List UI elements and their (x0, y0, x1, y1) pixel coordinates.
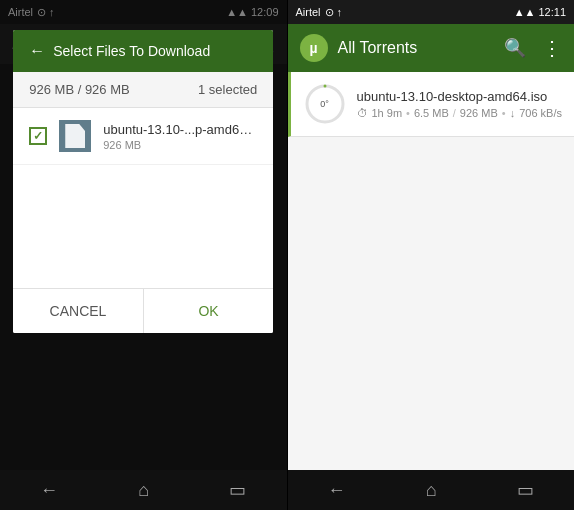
file-item[interactable]: ubuntu-13.10-...p-amd64.iso 926 MB (13, 108, 273, 165)
right-status-right: ▲▲ 12:11 (514, 6, 566, 18)
right-header-title: All Torrents (338, 39, 495, 57)
torrent-downloaded: 6.5 MB (414, 107, 449, 119)
file-info: ubuntu-13.10-...p-amd64.iso 926 MB (103, 122, 257, 151)
clock-icon: ⏱ (357, 107, 368, 119)
home-nav-icon-right[interactable]: ⌂ (426, 480, 437, 501)
torrent-meta: ⏱ 1h 9m • 6.5 MB / 926 MB • ↓ 706 kB/s (357, 107, 563, 119)
recents-nav-icon-right[interactable]: ▭ (517, 479, 534, 501)
recents-nav-icon-left[interactable]: ▭ (229, 479, 246, 501)
ok-button[interactable]: OK (144, 289, 274, 333)
right-bottom-nav: ← ⌂ ▭ (288, 470, 575, 510)
dialog-info-bar: 926 MB / 926 MB 1 selected (13, 72, 273, 108)
left-panel: Airtel ⊙ ↑ ▲▲ 12:09 All Torrents 🔍 ← Sel… (0, 0, 287, 510)
sep3: • (502, 107, 506, 119)
file-list: ubuntu-13.10-...p-amd64.iso 926 MB (13, 108, 273, 288)
dialog-buttons: Cancel OK (13, 288, 273, 333)
right-header: µ All Torrents 🔍 ⋮ (288, 24, 575, 72)
sep1: • (406, 107, 410, 119)
file-checkbox[interactable] (29, 127, 47, 145)
file-size-info: 926 MB / 926 MB (29, 82, 129, 97)
torrent-list: 0° ubuntu-13.10-desktop-amd64.iso ⏱ 1h 9… (288, 72, 575, 470)
torrent-details: ubuntu-13.10-desktop-amd64.iso ⏱ 1h 9m •… (357, 89, 563, 119)
torrent-total: 926 MB (460, 107, 498, 119)
select-files-dialog: ← Select Files To Download 926 MB / 926 … (13, 30, 273, 333)
dialog-back-arrow[interactable]: ← (29, 42, 45, 60)
selected-count: 1 selected (198, 82, 257, 97)
torrent-name: ubuntu-13.10-desktop-amd64.iso (357, 89, 563, 104)
dialog-overlay: ← Select Files To Download 926 MB / 926 … (0, 0, 287, 470)
right-status-left: Airtel ⊙ ↑ (296, 6, 343, 19)
wifi-icon-right: ▲▲ (514, 6, 536, 18)
down-arrow-icon: ↓ (510, 107, 516, 119)
file-size: 926 MB (103, 139, 257, 151)
left-bottom-nav: ← ⌂ ▭ (0, 470, 287, 510)
dialog-title-bar: ← Select Files To Download (13, 30, 273, 72)
signal-icons-right: ⊙ ↑ (325, 6, 343, 19)
sep2: / (453, 107, 456, 119)
back-nav-icon-right[interactable]: ← (328, 480, 346, 501)
back-nav-icon-left[interactable]: ← (40, 480, 58, 501)
dialog-title: Select Files To Download (53, 43, 210, 59)
search-icon-right[interactable]: 🔍 (504, 37, 526, 59)
progress-circle: 0° (303, 82, 347, 126)
cancel-button[interactable]: Cancel (13, 289, 144, 333)
right-panel: Airtel ⊙ ↑ ▲▲ 12:11 µ All Torrents 🔍 ⋮ (288, 0, 575, 510)
time-right: 12:11 (538, 6, 566, 18)
torrent-speed: 706 kB/s (519, 107, 562, 119)
file-icon (59, 120, 91, 152)
progress-label: 0° (320, 99, 329, 109)
file-icon-shape (65, 124, 85, 148)
torrent-item[interactable]: 0° ubuntu-13.10-desktop-amd64.iso ⏱ 1h 9… (288, 72, 575, 137)
torrent-time: 1h 9m (372, 107, 403, 119)
right-status-bar: Airtel ⊙ ↑ ▲▲ 12:11 (288, 0, 575, 24)
file-name: ubuntu-13.10-...p-amd64.iso (103, 122, 257, 137)
utorrent-logo: µ (300, 34, 328, 62)
home-nav-icon-left[interactable]: ⌂ (138, 480, 149, 501)
header-icons: 🔍 ⋮ (504, 36, 562, 60)
more-icon-right[interactable]: ⋮ (542, 36, 562, 60)
carrier-right: Airtel (296, 6, 321, 18)
